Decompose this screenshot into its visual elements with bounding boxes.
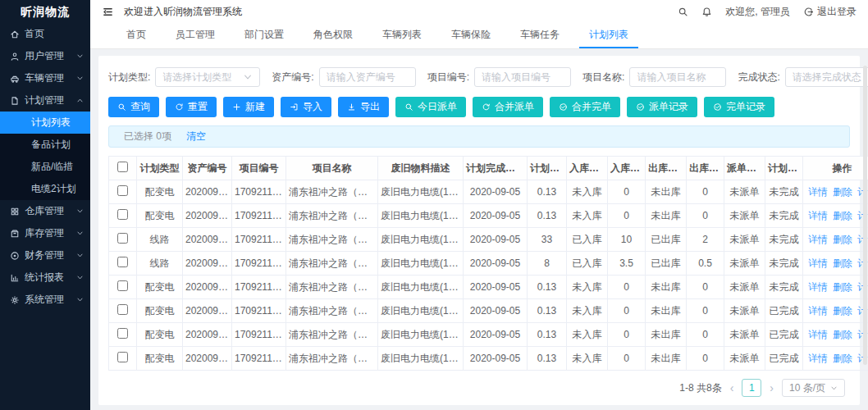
sidebar-item[interactable]: 财务管理 [0, 244, 90, 266]
today-dispatch-button[interactable]: 今日派单 [395, 97, 466, 117]
sidebar-subitem[interactable]: 备品计划 [0, 134, 90, 156]
cell: 3.5 [608, 252, 646, 276]
car-icon [10, 74, 20, 84]
row-checkbox[interactable] [117, 328, 128, 339]
tab-item[interactable]: 车辆任务 [510, 22, 569, 48]
column-header: 资产编号 [183, 157, 232, 180]
filter-project-name-input[interactable] [629, 67, 726, 87]
sidebar-item[interactable]: 统计报表 [0, 266, 90, 289]
action-link[interactable]: 详情 [808, 234, 828, 245]
logout-button[interactable]: 退出登录 [803, 5, 857, 19]
import-button[interactable]: 导入 [281, 97, 331, 117]
merge-complete-button[interactable]: 合并完单 [550, 97, 620, 117]
tab-item[interactable]: 车辆列表 [372, 22, 432, 48]
row-checkbox[interactable] [117, 185, 128, 196]
row-checkbox[interactable] [117, 257, 128, 267]
button-label: 合并完单 [572, 100, 611, 114]
filter-label: 计划类型: [108, 71, 150, 84]
cell: 浦东祖冲之路（高斯路... [286, 323, 378, 347]
tab-item[interactable]: 部门设置 [235, 22, 294, 48]
filter-group: 项目名称: [582, 67, 726, 87]
row-checkbox[interactable] [117, 352, 128, 362]
search-button[interactable]: 查询 [108, 97, 159, 117]
menu-fold-icon[interactable] [102, 6, 114, 18]
next-page-button[interactable]: › [770, 382, 774, 394]
sidebar-subitem[interactable]: 新品/临措 [0, 156, 90, 178]
action-link[interactable]: 删除 [833, 186, 852, 198]
row-checkbox[interactable] [117, 209, 128, 220]
toolbar: 查询重置新建导入导出今日派单合并派单合并完单派单记录完单记录 [108, 97, 850, 117]
search-icon [404, 102, 413, 112]
action-link[interactable]: 详情 [808, 353, 828, 364]
cell: 2020090517... [183, 299, 232, 323]
export-button[interactable]: 导出 [338, 97, 389, 117]
sidebar-subitem[interactable]: 电缆2计划 [0, 178, 90, 200]
tab-item[interactable]: 首页 [116, 22, 156, 48]
action-link[interactable]: 详情 [808, 329, 828, 340]
table-row: 配变电2020090517...1709211800...浦东祖冲之路（高斯路.… [109, 323, 868, 347]
tab-active[interactable]: 计划列表 [579, 22, 638, 48]
action-link[interactable]: 删除 [833, 353, 852, 364]
plan-table: 计划类型资产编号项目编号项目名称废旧物料描述计划完成时间计划数量入库状态入库数量… [108, 156, 868, 371]
action-link[interactable]: 详情 [808, 257, 828, 269]
column-header: 项目名称 [286, 157, 378, 180]
reset-button[interactable]: 重置 [166, 97, 217, 117]
filter-asset-no-input[interactable] [319, 67, 416, 87]
sidebar-subitem[interactable]: 计划列表 [0, 112, 90, 134]
sidebar-item[interactable]: 库存管理 [0, 222, 90, 244]
page-size-select[interactable]: 10 条/页 [782, 379, 845, 397]
cell: 0 [608, 276, 646, 299]
clear-selection-link[interactable]: 清空 [186, 130, 206, 144]
sidebar-item-label: 首页 [25, 27, 84, 41]
search-icon[interactable] [678, 7, 688, 17]
cell: 10 [608, 228, 646, 252]
filter-plan-type-select[interactable]: 请选择计划类型 [155, 67, 260, 87]
inventory-icon [10, 229, 20, 239]
merge-dispatch-button[interactable]: 合并派单 [473, 97, 543, 117]
page-number-button[interactable]: 1 [742, 379, 761, 397]
action-link[interactable]: 删除 [833, 257, 852, 269]
scrollbar[interactable] [863, 66, 867, 365]
welcome-text: 欢迎您, 管理员 [725, 5, 790, 19]
column-header: 计划完成时间 [464, 157, 528, 180]
sidebar-item[interactable]: 首页 [0, 23, 90, 45]
cell: 1709211800... [232, 299, 286, 323]
bell-icon[interactable] [701, 7, 712, 17]
complete-records-button[interactable]: 完单记录 [704, 97, 774, 117]
sidebar-item[interactable]: 仓库管理 [0, 200, 90, 222]
row-checkbox[interactable] [117, 233, 128, 244]
action-link[interactable]: 删除 [833, 329, 852, 340]
action-link[interactable]: 删除 [833, 210, 852, 221]
sidebar-item[interactable]: 用户管理 [0, 45, 90, 67]
action-link[interactable]: 删除 [833, 281, 852, 293]
row-checkbox[interactable] [117, 304, 128, 315]
row-checkbox[interactable] [117, 280, 128, 291]
cell: 未派单 [724, 252, 765, 276]
dispatch-records-button[interactable]: 派单记录 [627, 97, 697, 117]
filter-project-no-input[interactable] [474, 67, 571, 87]
action-link[interactable]: 删除 [833, 234, 852, 245]
sidebar-item-label: 系统管理 [25, 293, 76, 307]
selection-count: 已选择 0项 [124, 130, 171, 144]
action-link[interactable]: 详情 [808, 210, 828, 221]
action-link[interactable]: 删除 [833, 305, 852, 317]
tab-item[interactable]: 车辆保险 [441, 22, 500, 48]
column-header: 派单状态 [724, 157, 765, 180]
tab-item[interactable]: 角色权限 [304, 22, 363, 48]
sidebar-item[interactable]: 计划管理 [0, 89, 90, 112]
tab-item[interactable]: 员工管理 [166, 22, 225, 48]
cell: 废旧电力电缆(173... [378, 323, 464, 347]
sidebar-item[interactable]: 车辆管理 [0, 67, 90, 89]
filter-finish-status-select[interactable]: 请选择完成状态 [785, 67, 868, 87]
action-link[interactable]: 详情 [808, 186, 828, 198]
cell: 1709211800... [232, 228, 286, 252]
select-all-checkbox[interactable] [117, 162, 128, 172]
action-link[interactable]: 详情 [808, 281, 828, 293]
action-link[interactable]: 详情 [808, 305, 828, 317]
prev-page-button[interactable]: ‹ [730, 382, 734, 394]
cell: 线路 [137, 252, 183, 276]
cell: 浦东祖冲之路（高斯路... [286, 228, 378, 252]
create-button[interactable]: 新建 [223, 97, 274, 117]
table-row: 线路2020090517...1709211800...浦东祖冲之路（高斯路..… [109, 252, 868, 276]
sidebar-item[interactable]: 系统管理 [0, 289, 90, 311]
